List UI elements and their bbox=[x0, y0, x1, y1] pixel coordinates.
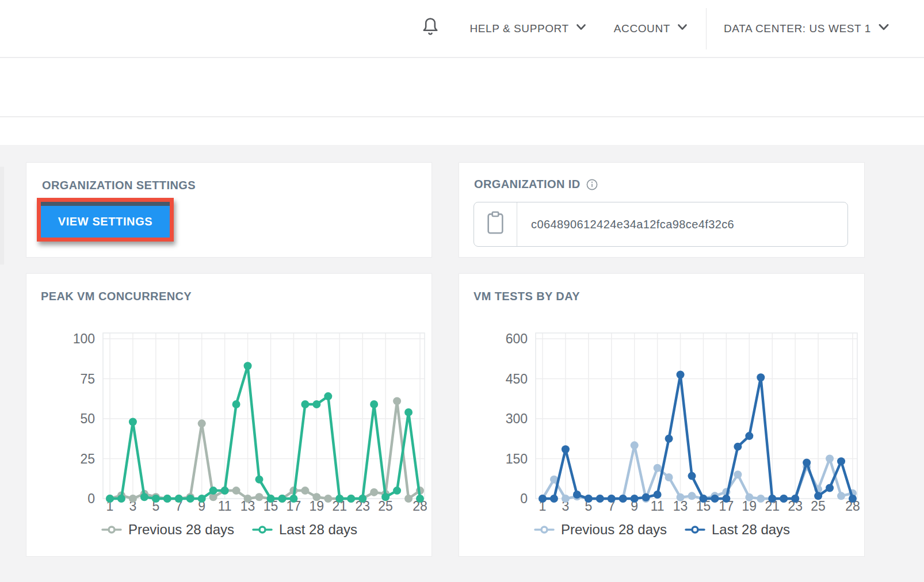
nav-data-center[interactable]: DATA CENTER: US WEST 1 bbox=[724, 20, 891, 37]
legend-marker-icon bbox=[533, 525, 555, 534]
bell-icon bbox=[420, 16, 441, 42]
svg-text:300: 300 bbox=[506, 411, 528, 426]
left-edge-card-sliver bbox=[0, 167, 4, 265]
legend-label: Last 28 days bbox=[712, 522, 790, 538]
organization-settings-card: ORGANIZATION SETTINGS VIEW SETTINGS bbox=[26, 162, 432, 258]
view-settings-button[interactable]: VIEW SETTINGS bbox=[41, 202, 170, 238]
nav-help-support-label: HELP & SUPPORT bbox=[469, 22, 568, 35]
nav-account-label: ACCOUNT bbox=[614, 22, 670, 35]
svg-text:600: 600 bbox=[506, 331, 528, 346]
legend-marker-icon bbox=[101, 525, 123, 534]
nav-data-center-label: DATA CENTER: US WEST 1 bbox=[724, 22, 871, 35]
svg-text:0: 0 bbox=[520, 491, 528, 506]
vm-tests-by-day-card: VM TESTS BY DAY 135791113151719212325280… bbox=[459, 273, 865, 557]
peak-vm-concurrency-chart[interactable]: 135791113151719212325280255075100 bbox=[32, 308, 427, 515]
peak-vm-concurrency-card: PEAK VM CONCURRENCY 13579111315171921232… bbox=[26, 273, 432, 557]
notifications-button[interactable] bbox=[420, 16, 441, 42]
chevron-down-icon bbox=[676, 21, 689, 36]
info-icon[interactable] bbox=[586, 178, 598, 191]
svg-text:150: 150 bbox=[506, 451, 528, 466]
legend-item-last-28-days[interactable]: Last 28 days bbox=[251, 522, 357, 538]
legend-label: Previous 28 days bbox=[561, 522, 667, 538]
svg-text:25: 25 bbox=[811, 499, 826, 514]
svg-text:11: 11 bbox=[651, 499, 665, 514]
nav-account[interactable]: ACCOUNT bbox=[614, 21, 689, 36]
top-nav: HELP & SUPPORT ACCOUNT DATA CENTER: US W… bbox=[0, 0, 924, 58]
svg-text:100: 100 bbox=[73, 331, 95, 346]
svg-text:0: 0 bbox=[87, 491, 95, 506]
svg-text:75: 75 bbox=[80, 372, 95, 386]
vm-tests-by-day-legend: Previous 28 days Last 28 days bbox=[459, 520, 864, 539]
toolbar-band bbox=[0, 59, 924, 117]
nav-divider bbox=[706, 8, 707, 49]
peak-vm-concurrency-title: PEAK VM CONCURRENCY bbox=[41, 290, 192, 303]
legend-item-previous-28-days[interactable]: Previous 28 days bbox=[101, 522, 234, 538]
vm-tests-by-day-title: VM TESTS BY DAY bbox=[474, 290, 580, 303]
organization-id-field: c064890612424e34a12fca98ce4f32c6 bbox=[474, 202, 848, 247]
legend-marker-icon bbox=[251, 525, 273, 534]
chevron-down-icon bbox=[575, 21, 587, 36]
organization-id-card: ORGANIZATION ID c064890612424e34a12fca98… bbox=[459, 162, 865, 258]
svg-text:450: 450 bbox=[506, 372, 528, 386]
copy-to-clipboard-button[interactable] bbox=[474, 202, 517, 246]
annotation-highlight-box: VIEW SETTINGS bbox=[37, 198, 174, 242]
peak-vm-concurrency-legend: Previous 28 days Last 28 days bbox=[26, 520, 432, 539]
organization-id-title: ORGANIZATION ID bbox=[474, 178, 581, 191]
legend-label: Previous 28 days bbox=[128, 522, 234, 538]
organization-id-value[interactable]: c064890612424e34a12fca98ce4f32c6 bbox=[517, 202, 847, 246]
sub-band bbox=[0, 119, 924, 145]
svg-text:11: 11 bbox=[218, 499, 232, 514]
svg-text:25: 25 bbox=[80, 451, 95, 466]
legend-item-previous-28-days[interactable]: Previous 28 days bbox=[533, 522, 667, 538]
organization-settings-title: ORGANIZATION SETTINGS bbox=[42, 179, 196, 192]
legend-marker-icon bbox=[684, 525, 706, 534]
vm-tests-by-day-chart[interactable]: 135791113151719212325280150300450600 bbox=[465, 308, 860, 515]
chevron-down-icon bbox=[877, 20, 891, 37]
clipboard-icon bbox=[484, 210, 507, 239]
svg-text:50: 50 bbox=[80, 411, 95, 426]
legend-label: Last 28 days bbox=[279, 522, 357, 538]
nav-help-support[interactable]: HELP & SUPPORT bbox=[469, 21, 587, 36]
legend-item-last-28-days[interactable]: Last 28 days bbox=[684, 522, 790, 538]
